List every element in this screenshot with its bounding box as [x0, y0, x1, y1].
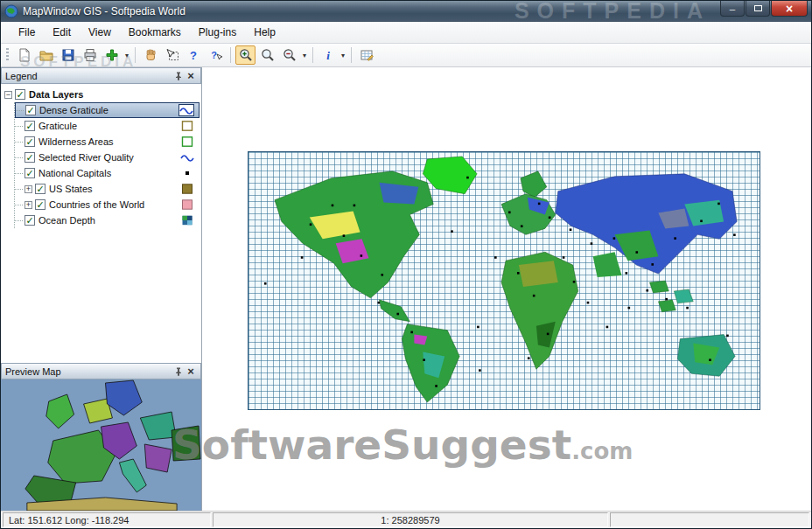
legend-item-us-states[interactable]: US States — [15, 181, 200, 197]
legend-tree: Data Layers Dense Graticule Graticul — [1, 84, 201, 363]
map-view[interactable] — [202, 67, 811, 511]
legend-header: Legend — [1, 67, 201, 84]
minimize-button[interactable] — [720, 1, 745, 17]
menu-file[interactable]: File — [10, 24, 44, 41]
measure-tool-button[interactable] — [356, 45, 376, 65]
identify-tool-button[interactable]: i — [318, 45, 338, 65]
legend-close-button[interactable] — [185, 70, 197, 82]
zoom-dropdown[interactable] — [300, 45, 309, 65]
wavy-line-symbol-icon — [179, 105, 193, 115]
menu-plugins[interactable]: Plug-ins — [190, 24, 245, 41]
layer-checkbox[interactable] — [24, 121, 35, 131]
save-project-button[interactable] — [58, 45, 78, 65]
toolbar-grip[interactable] — [6, 48, 9, 62]
coordinates-readout: Lat: 151.612 Long: -118.294 — [3, 512, 211, 527]
raster-symbol-icon — [180, 215, 194, 226]
legend-item-ocean-depth[interactable]: Ocean Depth — [15, 212, 200, 228]
maximize-icon — [754, 5, 762, 11]
toolbar: ? ? i — [1, 44, 811, 67]
pin-icon — [174, 72, 183, 80]
open-project-button[interactable] — [36, 45, 56, 65]
status-spacer — [610, 512, 809, 527]
zoom-full-extent-button[interactable] — [257, 45, 277, 65]
softpedia-watermark: SOFTPEDIA — [514, 1, 710, 22]
preview-map-canvas[interactable] — [1, 379, 201, 511]
legend-title: Legend — [5, 71, 172, 81]
print-button[interactable] — [80, 45, 100, 65]
main-content: Legend Data Layers — [1, 67, 811, 511]
menu-view[interactable]: View — [80, 24, 120, 41]
layer-checkbox[interactable] — [35, 184, 46, 194]
pin-button[interactable] — [172, 70, 185, 82]
minimize-icon — [730, 3, 735, 14]
legend-item-countries-of-the-world[interactable]: Countries of the World — [15, 197, 200, 212]
svg-text:?: ? — [190, 49, 197, 62]
app-icon — [4, 4, 18, 18]
measure-icon — [360, 48, 374, 62]
add-layer-button[interactable] — [102, 45, 122, 65]
whats-this-button[interactable]: ? — [206, 45, 226, 65]
filled-square-symbol-icon — [180, 199, 194, 210]
scale-readout: 1: 258289579 — [213, 512, 608, 527]
expand-toggle-icon[interactable] — [24, 185, 32, 193]
save-icon — [61, 48, 75, 62]
preview-map-header: Preview Map — [1, 363, 201, 379]
expand-toggle-icon[interactable] — [24, 201, 32, 209]
add-layer-dropdown[interactable] — [122, 45, 131, 65]
zoom-full-extent-icon — [261, 48, 275, 62]
left-panel: Legend Data Layers — [1, 67, 202, 511]
preview-close-button[interactable] — [185, 365, 197, 378]
legend-root-label: Data Layers — [29, 89, 200, 100]
toolbar-separator — [135, 47, 136, 63]
help-cursor-icon: ? — [187, 48, 201, 62]
preview-map-panel: Preview Map — [1, 363, 201, 511]
titlebar[interactable]: MapWindow GIS - Softpedia World SOFTPEDI… — [1, 1, 811, 22]
square-outline-symbol-icon — [180, 136, 194, 147]
pin-icon — [174, 367, 183, 376]
collapse-toggle-icon[interactable] — [4, 91, 12, 99]
zoom-in-tool-button[interactable] — [235, 45, 256, 65]
legend-item-wilderness-areas[interactable]: Wilderness Areas — [15, 134, 200, 150]
identify-icon: i — [321, 48, 335, 62]
menu-bookmarks[interactable]: Bookmarks — [120, 24, 190, 41]
pan-tool-button[interactable] — [140, 45, 160, 65]
world-map-canvas[interactable] — [248, 151, 760, 410]
legend-item-dense-graticule[interactable]: Dense Graticule — [15, 102, 200, 118]
layer-checkbox[interactable] — [24, 152, 35, 163]
close-icon — [786, 2, 793, 16]
point-symbol-icon — [180, 168, 194, 178]
pin-button[interactable] — [172, 365, 185, 378]
new-project-button[interactable] — [14, 45, 34, 65]
layer-checkbox[interactable] — [24, 215, 35, 226]
pan-hand-icon — [144, 48, 158, 62]
help-cursor-button[interactable]: ? — [184, 45, 204, 65]
legend-item-graticule[interactable]: Graticule — [15, 118, 200, 134]
print-icon — [83, 48, 97, 62]
maximize-button[interactable] — [746, 1, 770, 17]
close-button[interactable] — [771, 1, 808, 17]
zoom-in-icon — [239, 48, 253, 62]
window-title: MapWindow GIS - Softpedia World — [23, 5, 186, 17]
zoom-out-icon — [283, 48, 297, 62]
menu-help[interactable]: Help — [245, 24, 284, 41]
select-icon — [165, 48, 179, 62]
open-folder-icon — [39, 48, 53, 62]
legend-root[interactable]: Data Layers — [4, 87, 200, 102]
root-checkbox[interactable] — [15, 89, 25, 100]
menubar: File Edit View Bookmarks Plug-ins Help — [1, 22, 811, 44]
layer-checkbox[interactable] — [25, 105, 36, 115]
new-document-icon — [18, 48, 32, 62]
svg-text:?: ? — [211, 50, 217, 60]
mapwindow-gis-window: MapWindow GIS - Softpedia World SOFTPEDI… — [0, 0, 812, 529]
identify-dropdown[interactable] — [339, 45, 347, 65]
legend-item-selected-river-quality[interactable]: Selected River Quality — [15, 150, 200, 165]
toolbar-separator — [351, 47, 352, 63]
layer-checkbox[interactable] — [24, 168, 35, 178]
menu-edit[interactable]: Edit — [44, 24, 80, 41]
zoom-out-tool-button[interactable] — [279, 45, 299, 65]
select-tool-button[interactable] — [162, 45, 182, 65]
add-layer-icon — [105, 48, 119, 62]
layer-checkbox[interactable] — [24, 136, 35, 147]
legend-item-national-capitals[interactable]: National Capitals — [15, 165, 200, 181]
layer-checkbox[interactable] — [35, 199, 46, 210]
